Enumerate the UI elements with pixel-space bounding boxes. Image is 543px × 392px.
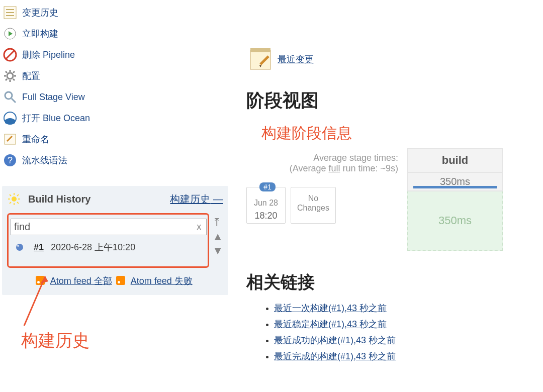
sun-icon: [7, 192, 21, 206]
svg-line-31: [10, 202, 11, 204]
svg-text:?: ?: [8, 155, 13, 165]
sidebar-item-rename[interactable]: 重命名: [2, 129, 228, 150]
sidebar-item-label: 流水线语法: [22, 154, 67, 166]
sidebar-item-full-stage[interactable]: Full Stage View: [2, 86, 228, 108]
list-item: 最近完成的构建(#1),43 秒之前: [274, 350, 533, 362]
stage-column-header: build: [407, 148, 503, 173]
build-history-search-input[interactable]: [11, 219, 192, 235]
run-time: 18:20: [247, 209, 285, 223]
sidebar-menu: 变更历史 立即构建 删除 Pipeline 配置 Full Stage View…: [2, 2, 228, 171]
sidebar-item-label: 立即构建: [22, 28, 58, 40]
svg-line-32: [17, 194, 19, 196]
build-number: #1: [34, 242, 44, 253]
build-history-title: Build History: [28, 193, 90, 205]
list-item: 最近成功的构建(#1),43 秒之前: [274, 334, 533, 346]
build-history-trend-link[interactable]: 构建历史 —: [170, 192, 223, 206]
main-content: 最近变更 阶段视图 构建阶段信息 Average stage times: (A…: [246, 45, 533, 366]
svg-line-13: [6, 71, 7, 73]
stage-cell-build-time[interactable]: 350ms: [407, 190, 503, 251]
svg-line-16: [13, 71, 15, 73]
stage-run-cards: #1 Jun 28 18:20 NoChanges: [246, 187, 347, 224]
notepad-icon: [246, 45, 275, 73]
build-history-highlight-box: x #1 2020-6-28 上午10:20: [7, 213, 209, 268]
svg-line-14: [13, 79, 15, 80]
orb-icon: [13, 240, 27, 254]
svg-point-34: [17, 245, 19, 247]
build-history-nav: ⤒ ▲ ▼: [212, 213, 223, 268]
sidebar-item-label: 配置: [22, 70, 40, 82]
search-icon: [3, 90, 17, 104]
stage-run-card[interactable]: #1 Jun 28 18:20: [246, 187, 286, 224]
stage-avg-text: Average stage times: (Average full run t…: [246, 148, 402, 179]
sidebar-item-label: Full Stage View: [22, 92, 85, 103]
stage-column-build: build 350ms 350ms: [407, 148, 503, 251]
svg-point-8: [7, 73, 13, 79]
svg-line-30: [17, 202, 19, 204]
annotation-build-history-label: 构建历史: [21, 329, 89, 352]
annotation-arrow: [15, 276, 65, 327]
related-link[interactable]: 最近完成的构建(#1),43 秒之前: [274, 351, 396, 361]
sidebar-item-label: 重命名: [22, 133, 49, 145]
sidebar-item-configure[interactable]: 配置: [2, 65, 228, 86]
run-badge: #1: [259, 182, 276, 191]
build-date: 2020-6-28 上午10:20: [51, 241, 135, 253]
stage-heading: 阶段视图: [246, 88, 533, 113]
related-link[interactable]: 最近成功的构建(#1),43 秒之前: [274, 335, 396, 345]
history-icon: [3, 6, 17, 20]
recent-changes-link[interactable]: 最近变更: [278, 53, 314, 65]
svg-point-24: [12, 197, 17, 202]
build-history-row[interactable]: #1 2020-6-28 上午10:20: [10, 236, 208, 256]
sidebar: 变更历史 立即构建 删除 Pipeline 配置 Full Stage View…: [2, 2, 228, 295]
atom-feed-fail-link[interactable]: Atom feed 失败: [131, 276, 193, 286]
gear-icon: [3, 69, 17, 83]
help-icon: ?: [3, 153, 17, 167]
delete-icon: [3, 48, 17, 62]
nav-up-icon[interactable]: ▲: [212, 231, 223, 242]
sidebar-item-build-now[interactable]: 立即构建: [2, 23, 228, 44]
svg-line-18: [12, 99, 16, 103]
nav-top-icon[interactable]: ⤒: [212, 217, 223, 228]
svg-line-7: [6, 51, 14, 59]
rename-icon: [3, 132, 17, 146]
sidebar-item-syntax[interactable]: ? 流水线语法: [2, 150, 228, 171]
sidebar-item-blue-ocean[interactable]: 打开 Blue Ocean: [2, 108, 228, 129]
stage-column-avg-time: 350ms: [407, 173, 503, 191]
list-item: 最近稳定构建(#1),43 秒之前: [274, 318, 533, 330]
related-link[interactable]: 最近稳定构建(#1),43 秒之前: [274, 319, 387, 329]
related-links-heading: 相关链接: [246, 271, 533, 294]
recent-changes-block: 最近变更: [246, 45, 533, 73]
stage-no-changes-card[interactable]: NoChanges: [291, 187, 336, 224]
svg-line-15: [6, 79, 7, 80]
related-link[interactable]: 最近一次构建(#1),43 秒之前: [274, 303, 387, 313]
clear-search-button[interactable]: x: [192, 219, 206, 235]
sidebar-item-delete[interactable]: 删除 Pipeline: [2, 44, 228, 65]
sidebar-item-label: 打开 Blue Ocean: [22, 112, 90, 124]
sidebar-item-label: 变更历史: [22, 7, 58, 19]
list-item: 最近一次构建(#1),43 秒之前: [274, 302, 533, 314]
blue-ocean-icon: [3, 111, 17, 125]
annotation-stage-label: 构建阶段信息: [261, 123, 533, 144]
svg-rect-38: [250, 48, 270, 52]
nav-down-icon[interactable]: ▼: [212, 245, 223, 256]
rss-icon: [116, 276, 125, 285]
svg-line-35: [24, 276, 45, 326]
clock-play-icon: [3, 27, 17, 41]
svg-point-17: [5, 92, 12, 99]
svg-line-29: [10, 194, 11, 196]
sidebar-item-changes[interactable]: 变更历史: [2, 2, 228, 23]
related-links: 相关链接 最近一次构建(#1),43 秒之前 最近稳定构建(#1),43 秒之前…: [246, 271, 533, 362]
sidebar-item-label: 删除 Pipeline: [22, 49, 75, 61]
run-date: Jun 28: [247, 198, 285, 209]
svg-point-33: [16, 244, 23, 251]
